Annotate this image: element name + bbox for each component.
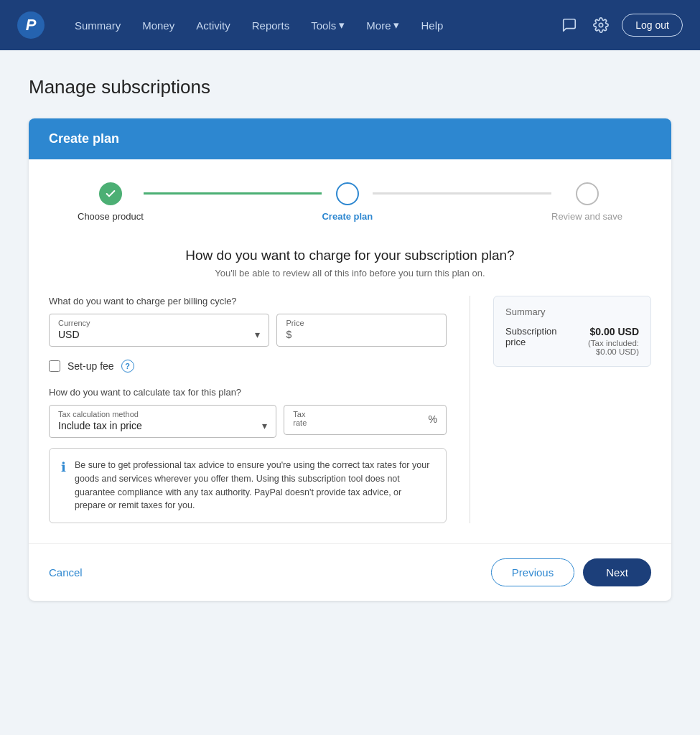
- logout-button[interactable]: Log out: [622, 14, 683, 37]
- nav-summary[interactable]: Summary: [66, 14, 129, 37]
- navbar: P Summary Money Activity Reports Tools M…: [0, 0, 700, 50]
- info-text: Be sure to get professional tax advice t…: [75, 459, 434, 512]
- tools-chevron-icon: [339, 19, 345, 32]
- tax-rate-input[interactable]: [322, 413, 429, 425]
- setup-fee-help-icon[interactable]: ?: [121, 360, 134, 373]
- form-left: What do you want to charge per billing c…: [49, 296, 447, 523]
- tax-method-label-float: Tax calculation method: [58, 410, 267, 418]
- tax-info-box: ℹ Be sure to get professional tax advice…: [49, 448, 447, 523]
- summary-title: Summary: [505, 306, 639, 317]
- currency-value: USD: [58, 329, 80, 340]
- footer-right-buttons: Previous Next: [491, 558, 651, 586]
- tax-method-chevron-icon: ▾: [262, 420, 267, 431]
- price-field: Price $: [276, 314, 447, 347]
- info-icon: ℹ: [61, 459, 66, 512]
- create-plan-card: Create plan Choose product Create plan: [29, 118, 671, 601]
- currency-field[interactable]: Currency USD ▾: [49, 314, 269, 347]
- tax-rate-field: Tax rate %: [284, 405, 447, 435]
- summary-subscription-label: Subscription price: [505, 326, 561, 347]
- tax-rate-wrapper: Tax rate %: [284, 405, 447, 438]
- next-button[interactable]: Next: [583, 558, 651, 586]
- billing-cycle-label: What do you want to charge per billing c…: [49, 296, 447, 306]
- setup-fee-checkbox[interactable]: [49, 360, 60, 372]
- summary-box: Summary Subscription price $0.00 USD (Ta…: [493, 296, 651, 367]
- nav-money[interactable]: Money: [134, 14, 183, 37]
- previous-button[interactable]: Previous: [491, 558, 574, 586]
- currency-chevron-icon: ▾: [255, 329, 260, 340]
- card-header: Create plan: [29, 118, 671, 159]
- tax-method-field[interactable]: Tax calculation method Include tax in pr…: [49, 405, 276, 438]
- vertical-divider: [470, 296, 470, 523]
- form-section: What do you want to charge per billing c…: [49, 296, 651, 523]
- form-subheading: You'll be able to review all of this inf…: [49, 268, 651, 278]
- currency-price-row: Currency USD ▾ Price $: [49, 314, 447, 347]
- tax-method-wrapper: Tax calculation method Include tax in pr…: [49, 405, 276, 438]
- card-footer: Cancel Previous Next: [29, 543, 671, 601]
- setup-fee-label: Set-up fee: [67, 360, 114, 372]
- price-input[interactable]: [294, 329, 437, 340]
- stepper-step-create-plan: Create plan: [322, 182, 373, 222]
- card-header-title: Create plan: [49, 131, 119, 146]
- nav-help[interactable]: Help: [412, 14, 452, 37]
- nav-reports[interactable]: Reports: [243, 14, 299, 37]
- summary-subscription-value: $0.00 USD: [566, 326, 639, 337]
- paypal-logo: P: [17, 11, 45, 39]
- price-input-wrapper: Price $: [276, 314, 447, 347]
- step-label-create-plan: Create plan: [322, 211, 373, 222]
- tax-method-value: Include tax in price: [58, 420, 142, 431]
- step-circle-review-save: [576, 182, 599, 205]
- stepper-line-1: [144, 192, 322, 195]
- message-icon-button[interactable]: [559, 14, 580, 36]
- setup-fee-row: Set-up fee ?: [49, 360, 447, 373]
- page-content: Manage subscriptions Create plan Choose …: [0, 50, 700, 627]
- nav-more[interactable]: More: [358, 13, 408, 37]
- stepper: Choose product Create plan Review and sa…: [49, 182, 651, 222]
- summary-panel: Summary Subscription price $0.00 USD (Ta…: [493, 296, 651, 523]
- summary-subscription-row: Subscription price $0.00 USD (Tax includ…: [505, 326, 639, 356]
- step-label-review-save: Review and save: [551, 211, 622, 222]
- nav-activity[interactable]: Activity: [187, 14, 239, 37]
- tax-rate-label-float: Tax rate: [293, 410, 317, 427]
- price-prefix: $: [286, 329, 291, 340]
- page-title: Manage subscriptions: [29, 76, 671, 98]
- nav-tools[interactable]: Tools: [302, 13, 353, 37]
- navbar-actions: Log out: [559, 14, 683, 37]
- tax-section-label: How do you want to calculate tax for thi…: [49, 387, 447, 398]
- currency-label-float: Currency: [58, 319, 260, 327]
- summary-tax-included: (Tax included: $0.00 USD): [566, 339, 639, 356]
- stepper-step-choose-product: Choose product: [78, 182, 144, 222]
- nav-links: Summary Money Activity Reports Tools Mor…: [66, 13, 559, 37]
- percent-sign: %: [429, 413, 437, 425]
- step-label-choose-product: Choose product: [78, 211, 144, 222]
- currency-select-wrapper: Currency USD ▾: [49, 314, 269, 347]
- settings-icon-button[interactable]: [590, 14, 612, 36]
- cancel-button[interactable]: Cancel: [49, 566, 83, 579]
- tax-row: Tax calculation method Include tax in pr…: [49, 405, 447, 438]
- stepper-step-review-save: Review and save: [551, 182, 622, 222]
- more-chevron-icon: [393, 19, 399, 32]
- form-heading: How do you want to charge for your subsc…: [49, 248, 651, 263]
- stepper-line-2: [373, 192, 551, 195]
- card-body: Choose product Create plan Review and sa…: [29, 159, 671, 543]
- svg-point-0: [599, 23, 604, 27]
- price-label-float: Price: [286, 319, 437, 327]
- step-circle-choose-product: [99, 182, 122, 205]
- step-circle-create-plan: [336, 182, 359, 205]
